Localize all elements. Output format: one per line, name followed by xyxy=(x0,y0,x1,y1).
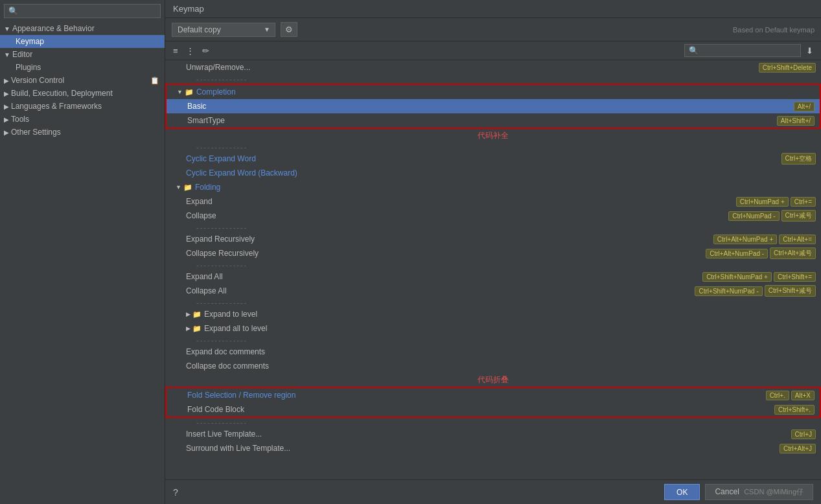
list-row-completion-group[interactable]: ▼ 📁 Completion xyxy=(167,85,820,99)
row-shortcuts-unwrap: Ctrl+Shift+Delete xyxy=(759,63,816,73)
list-row-expand-all-to-level[interactable]: ▶ 📁 Expand all to level xyxy=(165,321,821,336)
list-row-expand-doc[interactable]: Expand doc comments xyxy=(165,345,821,359)
keymap-dropdown[interactable]: Default copy xyxy=(172,23,275,37)
row-shortcuts-expand-rec: Ctrl+Alt+NumPad + Ctrl+Alt+= xyxy=(713,235,816,244)
list-row-surround-live-template[interactable]: Surround with Live Template... Ctrl+Alt+… xyxy=(165,441,821,455)
sidebar-item-editor[interactable]: ▼ Editor xyxy=(0,48,165,61)
list-row-expand-to-level[interactable]: ▶ 📁 Expand to level xyxy=(165,307,821,321)
row-label-expand-doc: Expand doc comments xyxy=(186,347,816,356)
sidebar-item-build[interactable]: ▶ Build, Execution, Deployment xyxy=(0,87,165,100)
list-row-unwrap[interactable]: Unwrap/Remove... Ctrl+Shift+Delete xyxy=(165,60,821,74)
list-row-collapse-doc[interactable]: Collapse doc comments xyxy=(165,359,821,373)
toolbar-row: ≡ ⋮ ✏ ⬇ xyxy=(165,41,821,60)
sidebar-label-appearance: Appearance & Behavior xyxy=(12,24,95,33)
expand-arrow-editor: ▼ xyxy=(4,51,10,58)
row-label-fold-code-block: Fold Code Block xyxy=(187,405,774,414)
sidebar: ▼ Appearance & Behavior Keymap ▼ Editor … xyxy=(0,0,165,504)
sidebar-item-other[interactable]: ▶ Other Settings xyxy=(0,126,165,139)
keymap-dropdown-wrapper: Default copy ▼ xyxy=(172,23,275,37)
shortcut-expand-2: Ctrl+= xyxy=(791,197,816,207)
separator-6: -------------- xyxy=(165,336,821,345)
shortcut-collapse-rec-1: Ctrl+Alt+NumPad - xyxy=(706,249,768,258)
folding-folder-icon: 📁 xyxy=(183,183,192,192)
row-label-insert-live-template: Insert Live Template... xyxy=(186,430,791,439)
list-row-expand[interactable]: Expand Ctrl+NumPad + Ctrl+= xyxy=(165,194,821,209)
list-row-collapse[interactable]: Collapse Ctrl+NumPad - Ctrl+减号 xyxy=(165,209,821,223)
sidebar-item-languages[interactable]: ▶ Languages & Frameworks xyxy=(0,100,165,113)
shortcut-collapse-all-2: Ctrl+Shift+减号 xyxy=(765,285,816,297)
list-row-fold-code-block[interactable]: Fold Code Block Ctrl+Shift+. xyxy=(167,402,820,417)
expand-arrow-appearance: ▼ xyxy=(4,25,10,32)
toolbar-btn-indent[interactable]: ⋮ xyxy=(183,45,197,57)
sidebar-label-vc: Version Control xyxy=(11,76,64,85)
shortcut-collapse-1: Ctrl+NumPad - xyxy=(728,211,779,221)
list-row-basic[interactable]: Basic Alt+/ xyxy=(167,99,820,113)
ok-button[interactable]: OK xyxy=(664,484,700,500)
row-label-expand-recursively: Expand Recursively xyxy=(186,235,713,244)
list-row-fold-selection[interactable]: Fold Selection / Remove region Ctrl+. Al… xyxy=(167,388,820,402)
shortcut-fold-code-block: Ctrl+Shift+. xyxy=(774,405,815,415)
list-row-cyclic-expand[interactable]: Cyclic Expand Word Ctrl+空格 xyxy=(165,152,821,166)
row-label-collapse: Collapse xyxy=(186,211,728,220)
expand-all-to-level-folder-icon: 📁 xyxy=(192,325,202,333)
list-row-expand-all[interactable]: Expand All Ctrl+Shift+NumPad + Ctrl+Shif… xyxy=(165,269,821,284)
row-label-collapse-all: Collapse All xyxy=(186,286,695,295)
row-label-collapse-doc: Collapse doc comments xyxy=(186,361,816,371)
shortcut-cyclic: Ctrl+空格 xyxy=(781,153,816,165)
row-shortcuts-basic: Alt+/ xyxy=(794,102,815,111)
toolbar-btn-list[interactable]: ≡ xyxy=(170,45,181,57)
shortcut-expand-rec-2: Ctrl+Alt+= xyxy=(779,235,816,244)
shortcut-fold-sel-2: Alt+X xyxy=(791,391,815,400)
separator-5: -------------- xyxy=(165,298,821,307)
row-label-cyclic-expand: Cyclic Expand Word xyxy=(186,154,781,163)
row-shortcuts-collapse-all: Ctrl+Shift+NumPad - Ctrl+Shift+减号 xyxy=(695,285,816,297)
sidebar-item-tools[interactable]: ▶ Tools xyxy=(0,113,165,126)
toolbar-btn-edit[interactable]: ✏ xyxy=(200,45,212,57)
list-row-collapse-all[interactable]: Collapse All Ctrl+Shift+NumPad - Ctrl+Sh… xyxy=(165,284,821,298)
search-row: ⬇ xyxy=(684,44,816,57)
sidebar-search[interactable] xyxy=(4,4,161,18)
based-on-label: Based on Default keymap xyxy=(733,26,815,34)
row-label-completion: Completion xyxy=(196,87,815,97)
find-usages-button[interactable]: ⬇ xyxy=(804,45,816,57)
shortcut-collapse-rec-2: Ctrl+Alt+减号 xyxy=(770,247,816,259)
list-row-collapse-recursively[interactable]: Collapse Recursively Ctrl+Alt+NumPad - C… xyxy=(165,246,821,260)
separator-2: -------------- xyxy=(165,143,821,152)
folding-action-section: Fold Selection / Remove region Ctrl+. Al… xyxy=(165,387,821,418)
help-button[interactable]: ? xyxy=(173,487,178,498)
row-label-expand-to-level: Expand to level xyxy=(204,310,816,319)
sidebar-item-version-control[interactable]: ▶ Version Control 📋 xyxy=(0,74,165,87)
list-row-folding-group[interactable]: ▼ 📁 Folding xyxy=(165,180,821,194)
row-label-expand-all-to-level: Expand all to level xyxy=(204,324,816,333)
annotation-completion: 代码补全 xyxy=(165,129,821,143)
sidebar-item-plugins[interactable]: Plugins xyxy=(0,61,165,74)
row-shortcuts-fold-selection: Ctrl+. Alt+X xyxy=(766,391,815,400)
row-label-cyclic-expand-backward: Cyclic Expand Word (Backward) xyxy=(186,168,816,178)
completion-folder-icon: 📁 xyxy=(185,88,194,97)
toolbar-icons: ≡ ⋮ ✏ xyxy=(170,45,212,57)
list-row-cyclic-expand-backward[interactable]: Cyclic Expand Word (Backward) xyxy=(165,166,821,180)
row-shortcuts-cyclic: Ctrl+空格 xyxy=(781,153,816,165)
shortcut-surround-live: Ctrl+Alt+J xyxy=(780,444,816,453)
row-shortcuts-expand: Ctrl+NumPad + Ctrl+= xyxy=(736,197,816,207)
expand-to-level-folder-icon: 📁 xyxy=(192,310,202,319)
cancel-button[interactable]: Cancel CSDN @MiMing仔 xyxy=(705,484,813,500)
shortcut-unwrap: Ctrl+Shift+Delete xyxy=(759,63,816,73)
row-shortcuts-surround-live: Ctrl+Alt+J xyxy=(780,444,816,453)
list-row-smarttype[interactable]: SmartType Alt+Shift+/ xyxy=(167,113,820,128)
sidebar-item-keymap[interactable]: Keymap xyxy=(0,35,165,48)
keymap-search-input[interactable] xyxy=(684,44,801,57)
sidebar-item-appearance[interactable]: ▼ Appearance & Behavior xyxy=(0,22,165,35)
row-label-expand-all: Expand All xyxy=(186,272,702,281)
shortcut-smarttype: Alt+Shift+/ xyxy=(777,116,815,126)
sidebar-label-plugins: Plugins xyxy=(16,63,41,72)
list-row-insert-live-template[interactable]: Insert Live Template... Ctrl+J xyxy=(165,427,821,441)
list-row-expand-recursively[interactable]: Expand Recursively Ctrl+Alt+NumPad + Ctr… xyxy=(165,232,821,246)
shortcut-expand-1: Ctrl+NumPad + xyxy=(736,197,789,207)
gear-button[interactable]: ⚙ xyxy=(281,22,297,37)
shortcut-fold-sel-1: Ctrl+. xyxy=(766,391,789,400)
shortcut-collapse-2: Ctrl+减号 xyxy=(781,210,816,222)
shortcut-collapse-all-1: Ctrl+Shift+NumPad - xyxy=(695,286,762,296)
expand-all-to-level-triangle: ▶ xyxy=(186,325,191,332)
completion-section: ▼ 📁 Completion Basic Alt+/ SmartType Alt… xyxy=(165,84,821,129)
